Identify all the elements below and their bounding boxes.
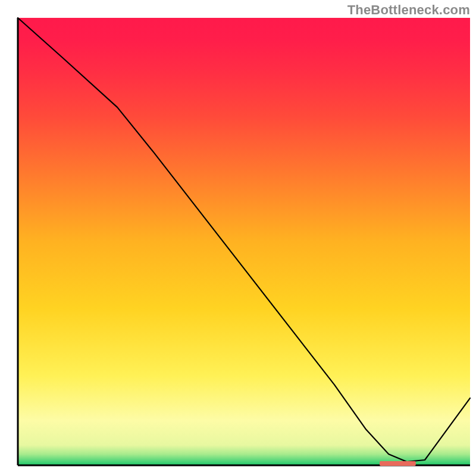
chart-stage: TheBottleneck.com xyxy=(0,0,476,476)
highlight-marker xyxy=(380,461,416,466)
watermark-text: TheBottleneck.com xyxy=(347,2,470,18)
chart-canvas xyxy=(0,0,476,476)
plot-background xyxy=(18,18,470,465)
